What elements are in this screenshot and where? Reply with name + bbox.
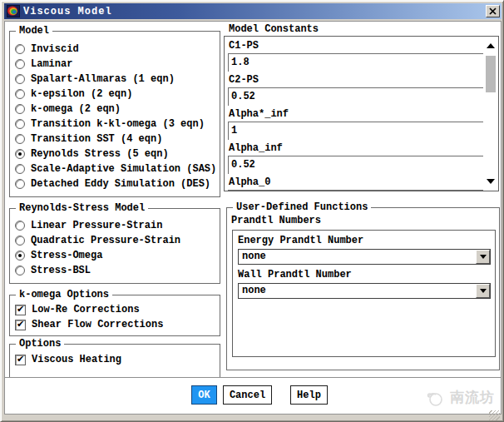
komega-group-title: k-omega Options [16,289,112,300]
radio-icon [15,134,25,144]
title-bar[interactable]: Viscous Model [4,3,502,19]
watermark: 南流坊 [425,388,495,407]
scrollbar-thumb[interactable] [486,56,496,92]
radio-label: Transition k-kl-omega (3 eqn) [31,118,205,130]
constants-field-list: C1-PS 1.8 C2-PS 0.52 Alpha*_inf 1 [228,38,483,191]
radio-icon [15,119,25,129]
constant-input[interactable]: 1 [228,122,483,140]
radio-label: k-omega (2 eqn) [31,103,121,115]
dropdown-label: Wall Prandtl Number [238,268,495,282]
radio-label: Detached Eddy Simulation (DES) [31,178,210,190]
model-radio-option[interactable]: Scale-Adaptive Simulation (SAS) [15,161,220,176]
radio-icon [15,44,25,54]
cancel-button[interactable]: Cancel [223,385,272,405]
komega-checkbox-option[interactable]: Low-Re Corrections [15,302,220,317]
radio-label: Laminar [31,58,72,70]
constant-input[interactable]: 0.52 [228,87,483,106]
left-column: Model Inviscid Laminar [9,23,220,379]
checkbox-icon [15,320,26,330]
user-defined-functions-group: User-Defined Functions Prandtl Numbers E… [226,207,500,370]
model-radio-option[interactable]: Transition SST (4 eqn) [15,132,220,146]
model-radio-option[interactable]: Spalart-Allmaras (1 eqn) [15,72,220,87]
radio-icon [15,251,25,261]
dialog-content: Model Inviscid Laminar [4,21,502,415]
model-radio-option[interactable]: Detached Eddy Simulation (DES) [15,176,220,191]
radio-icon [15,236,25,246]
komega-checkbox-list: Low-Re Corrections Shear Flow Correction… [15,302,220,332]
dropdown-label: Energy Prandtl Number [238,234,495,248]
button-separator [5,377,501,379]
checkbox-icon [15,305,26,315]
model-group-title: Model [16,25,52,37]
checkbox-label: Shear Flow Corrections [32,319,163,330]
prandtl-dropdown-row: Wall Prandtl Number none [233,268,495,299]
watermark-bird-icon [425,389,447,407]
scroll-down-arrow-icon[interactable] [486,176,496,186]
window-title: Viscous Model [23,6,486,17]
radio-label: Quadratic Pressure-Strain [31,235,180,246]
help-button[interactable]: Help [290,385,328,405]
model-radio-option[interactable]: Laminar [15,57,220,72]
radio-icon [15,89,25,99]
dropdown-value: none [239,250,476,264]
checkbox-icon [15,355,26,365]
ok-button[interactable]: OK [191,385,217,405]
rsm-radio-list: Linear Pressure-Strain Quadratic Pressur… [15,218,220,278]
dropdown-select[interactable]: none [238,283,491,299]
constant-field: Alpha_inf 0.52 [228,141,483,175]
options-group-title: Options [16,338,64,350]
options-group: Options Viscous Heating [9,344,220,379]
rsm-group-title: Reynolds-Stress Model [16,202,148,214]
dropdown-button[interactable] [476,250,490,264]
rsm-radio-option[interactable]: Linear Pressure-Strain [15,218,220,233]
rsm-radio-option[interactable]: Quadratic Pressure-Strain [15,233,220,248]
radio-label: Reynolds Stress (5 eqn) [31,148,169,160]
model-group: Model Inviscid Laminar [9,31,220,197]
resize-grip[interactable] [489,410,500,420]
constant-field: Alpha_0 [228,175,483,191]
model-radio-option[interactable]: Transition k-kl-omega (3 eqn) [15,117,220,132]
model-radio-option[interactable]: k-omega (2 eqn) [15,102,220,117]
rsm-radio-option[interactable]: Stress-BSL [15,263,220,278]
constant-label: C1-PS [228,38,483,53]
udf-group-title: User-Defined Functions [233,201,371,213]
constants-scrollbar[interactable] [484,37,497,190]
constant-input[interactable]: 0.52 [228,156,483,174]
radio-icon [15,104,25,114]
constant-field: C2-PS 0.52 [228,72,483,107]
dropdown-button[interactable] [476,284,490,298]
model-radio-list: Inviscid Laminar Spalart-Allmaras (1 eqn… [15,42,220,191]
radio-label: Stress-Omega [31,250,102,261]
watermark-text: 南流坊 [450,388,495,407]
radio-label: Scale-Adaptive Simulation (SAS) [31,163,216,175]
constant-field: C1-PS 1.8 [228,38,483,72]
options-checkbox-option[interactable]: Viscous Heating [15,352,220,367]
constant-label: Alpha*_inf [228,107,483,122]
radio-label: Stress-BSL [31,265,91,276]
prandtl-numbers-panel: Energy Prandtl Number none Wall Prandtl … [232,230,496,357]
k-omega-options-group: k-omega Options Low-Re Corrections Shear… [9,295,220,336]
dropdown-select[interactable]: none [238,249,491,265]
options-checkbox-list: Viscous Heating [15,352,220,367]
constant-input[interactable] [228,190,483,191]
chevron-down-icon [480,255,487,259]
constant-label: C2-PS [228,72,483,87]
model-constants-title: Model Constants [229,23,319,35]
checkbox-label: Viscous Heating [32,354,121,365]
close-button[interactable] [486,5,500,17]
fluent-app-icon [7,5,20,17]
radio-icon [15,59,25,69]
constant-label: Alpha_inf [228,141,483,156]
radio-icon [15,221,25,231]
checkbox-label: Low-Re Corrections [32,304,140,315]
radio-icon [15,74,25,84]
model-radio-option[interactable]: k-epsilon (2 eqn) [15,87,220,102]
constant-input[interactable]: 1.8 [228,53,483,72]
rsm-radio-option[interactable]: Stress-Omega [15,248,220,263]
scroll-up-arrow-icon[interactable] [486,41,496,51]
radio-label: Spalart-Allmaras (1 eqn) [31,73,175,85]
dropdown-value: none [239,284,476,298]
model-radio-option[interactable]: Reynolds Stress (5 eqn) [15,146,220,161]
komega-checkbox-option[interactable]: Shear Flow Corrections [15,317,220,332]
model-radio-option[interactable]: Inviscid [15,42,220,57]
